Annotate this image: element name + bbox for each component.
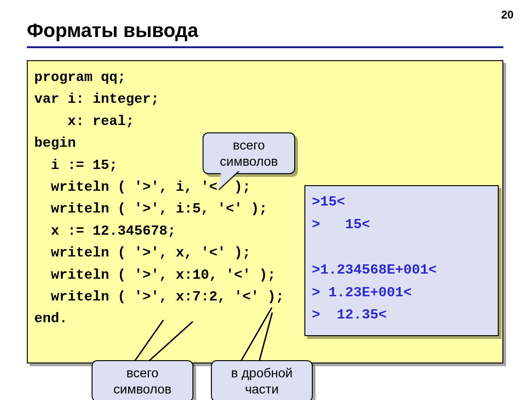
callout-fractional-part: в дробной части xyxy=(211,360,313,400)
title-underline xyxy=(27,46,503,48)
slide-title: Форматы вывода xyxy=(27,19,198,42)
callout-total-chars-top: всего символов xyxy=(203,132,295,174)
output-block: >15< > 15< >1.234568E+001< > 1.23E+001< … xyxy=(304,185,499,336)
callout-total-chars-bottom: всего символов xyxy=(92,360,193,400)
page-number: 20 xyxy=(501,8,513,21)
